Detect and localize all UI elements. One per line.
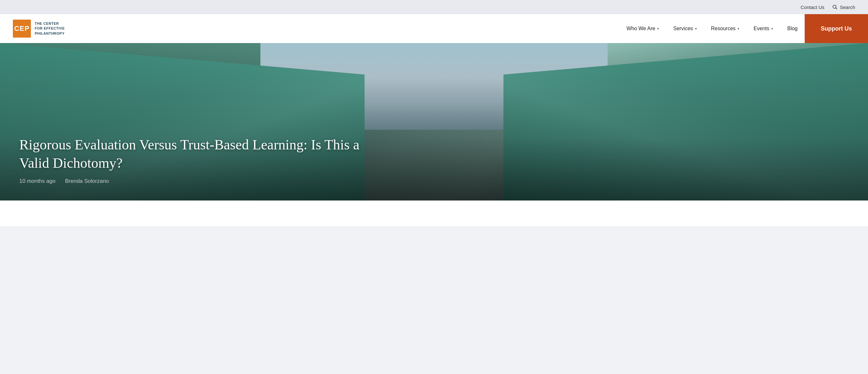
svg-line-1 [836,8,837,9]
logo-tagline: THE CENTER FOR EFFECTIVE PHILANTHROPY [35,21,65,36]
logo-cep-text: CEP [14,25,30,33]
nav-label-services: Services [673,26,693,32]
chevron-down-icon-services: ▾ [695,27,697,31]
contact-us-link[interactable]: Contact Us [801,4,824,10]
main-nav: Who We Are ▾ Services ▾ Resources ▾ Even… [620,14,868,43]
nav-label-blog: Blog [787,26,798,32]
hero-author[interactable]: Brenda Solorzano [65,178,108,184]
chevron-down-icon-who-we-are: ▾ [657,27,659,31]
nav-label-resources: Resources [711,26,736,32]
nav-item-who-we-are[interactable]: Who We Are ▾ [620,14,666,43]
logo-line2: FOR EFFECTIVE [35,26,65,31]
bottom-space [0,201,868,226]
hero-section: Rigorous Evaluation Versus Trust-Based L… [0,43,868,201]
nav-item-events[interactable]: Events ▾ [746,14,780,43]
top-bar: Contact Us Search [0,0,868,14]
chevron-down-icon-events: ▾ [771,27,773,31]
nav-label-who-we-are: Who We Are [626,26,655,32]
nav-item-blog[interactable]: Blog [780,14,805,43]
nav-item-services[interactable]: Services ▾ [666,14,704,43]
nav-item-resources[interactable]: Resources ▾ [704,14,746,43]
search-label: Search [840,4,855,10]
hero-meta: 10 months ago Brenda Solorzano [19,178,849,184]
hero-title: Rigorous Evaluation Versus Trust-Based L… [19,136,373,172]
chevron-down-icon-resources: ▾ [738,27,739,31]
support-us-button[interactable]: Support Us [805,14,868,43]
logo-line3: PHILANTHROPY [35,31,65,36]
logo-box: CEP [13,20,31,38]
nav-label-events: Events [753,26,769,32]
search-icon [832,4,838,10]
svg-point-0 [833,5,836,8]
logo-area[interactable]: CEP THE CENTER FOR EFFECTIVE PHILANTHROP… [13,20,65,38]
search-button[interactable]: Search [832,4,855,10]
hero-time-ago: 10 months ago [19,178,55,184]
header: CEP THE CENTER FOR EFFECTIVE PHILANTHROP… [0,14,868,43]
logo-line1: THE CENTER [35,21,65,26]
hero-content: Rigorous Evaluation Versus Trust-Based L… [0,136,868,201]
